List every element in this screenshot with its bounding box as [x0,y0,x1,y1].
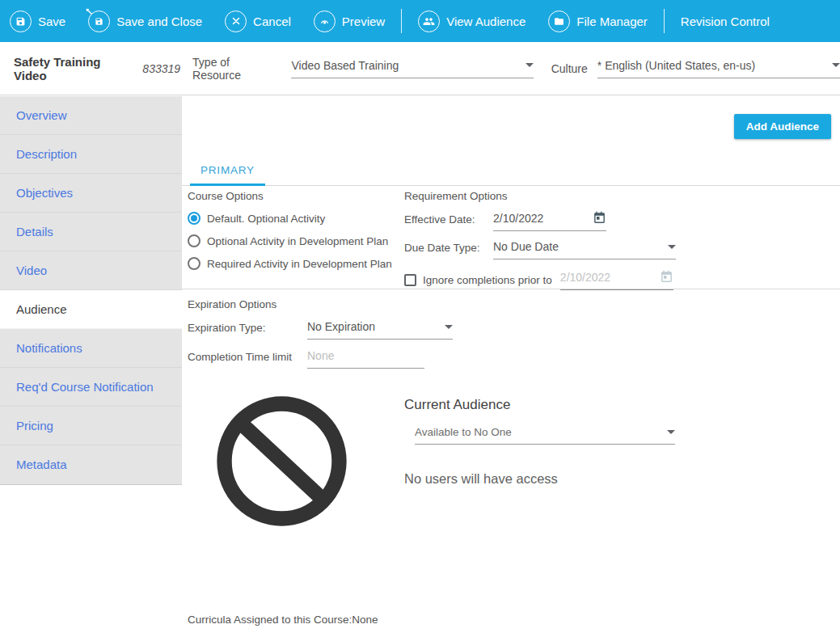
sidebar-item-notifications[interactable]: Notifications [0,329,182,368]
chevron-down-icon [668,245,676,249]
sidebar-item-pricing[interactable]: Pricing [0,407,182,445]
expiration-type-row: Expiration Type: No Expiration [188,320,453,340]
calendar-icon[interactable] [593,211,606,225]
effective-date-label: Effective Date: [404,213,493,231]
toolbar: Save Save and Close Cancel Preview [0,0,840,42]
chevron-down-icon [667,430,675,434]
expiration-options-title: Expiration Options [188,298,453,310]
ignore-completions-checkbox[interactable] [404,274,416,286]
effective-date-value: 2/10/2022 [493,212,543,225]
expiration-type-value: No Expiration [307,320,375,333]
chevron-down-icon [526,63,534,67]
preview-button[interactable]: Preview [314,11,385,32]
radio-label: Required Activity in Development Plan [207,258,392,270]
due-date-type-row: Due Date Type: No Due Date [404,240,676,259]
ignore-completions-date-value: 2/10/2022 [560,271,610,284]
current-audience-section: Current Audience Available to No One No … [404,397,683,487]
radio-icon [188,257,201,270]
toolbar-divider [401,9,402,33]
save-label: Save [38,15,65,28]
requirement-options-title: Requirement Options [404,190,676,202]
sidebar-item-objectives[interactable]: Objectives [0,174,182,213]
sidebar-item-description[interactable]: Description [0,135,182,174]
options-panel: Course Options Default. Optional Activit… [182,186,840,289]
expiration-options-section: Expiration Options Expiration Type: No E… [188,298,453,369]
ignore-completions-row: Ignore completions prior to 2/10/2022 [404,270,676,290]
requirement-options-section: Requirement Options Effective Date: 2/10… [404,190,676,290]
expiration-type-select[interactable]: No Expiration [307,320,453,340]
course-id: 833319 [142,62,180,75]
course-title: Safety Training Video [14,55,135,82]
chevron-down-icon [832,63,840,67]
radio-label: Optional Activity in Development Plan [207,235,388,247]
toolbar-divider [664,9,665,33]
radio-default-optional-activity[interactable]: Default. Optional Activity [188,212,392,225]
radio-icon [188,212,201,225]
current-audience-heading: Current Audience [404,397,683,413]
radio-optional-activity-development-plan[interactable]: Optional Activity in Development Plan [188,234,392,247]
type-of-resource-select[interactable]: Video Based Training [291,59,533,78]
preview-label: Preview [342,15,385,28]
course-options-section: Course Options Default. Optional Activit… [188,190,392,270]
culture-value: * English (United States, en-us) [597,59,755,72]
save-button[interactable]: Save [10,11,65,32]
completion-time-limit-label: Completion Time limit [188,351,307,369]
completion-time-limit-row: Completion Time limit None [188,349,453,369]
cancel-button[interactable]: Cancel [225,11,291,32]
revision-control-label: Revision Control [681,15,770,28]
audience-tabbar: PRIMARY [182,154,840,186]
add-audience-button[interactable]: Add Audience [734,114,831,139]
radio-required-activity-development-plan[interactable]: Required Activity in Development Plan [188,257,392,270]
save-and-close-button[interactable]: Save and Close [88,11,202,32]
expiration-type-label: Expiration Type: [188,322,307,340]
due-date-type-label: Due Date Type: [404,242,493,259]
radio-label: Default. Optional Activity [207,213,325,225]
cancel-icon [225,11,247,32]
save-and-close-label: Save and Close [116,15,202,28]
availability-value: Available to No One [415,426,512,438]
file-manager-icon [548,11,570,32]
effective-date-row: Effective Date: 2/10/2022 [404,211,676,231]
prohibition-icon [214,394,349,532]
calendar-icon [660,270,673,284]
culture-select[interactable]: * English (United States, en-us) [597,59,840,78]
cancel-label: Cancel [253,15,291,28]
tab-primary[interactable]: PRIMARY [190,154,265,186]
view-audience-icon [418,11,440,32]
no-access-message: No users will have access [404,471,683,487]
due-date-type-select[interactable]: No Due Date [493,240,676,259]
due-date-type-value: No Due Date [493,240,559,253]
view-audience-label: View Audience [446,15,526,28]
preview-icon [314,11,336,32]
sidebar-item-details[interactable]: Details [0,213,182,251]
effective-date-input[interactable]: 2/10/2022 [493,211,606,231]
sidebar-item-video[interactable]: Video [0,251,182,290]
completion-time-limit-input[interactable]: None [307,349,424,369]
save-and-close-icon [88,11,110,32]
sidebar-item-reqd-course-notification[interactable]: Req'd Course Notification [0,368,182,407]
completion-time-limit-placeholder: None [307,349,334,362]
course-editor-window: Save Save and Close Cancel Preview [0,0,840,637]
availability-select[interactable]: Available to No One [415,426,675,445]
ignore-completions-date-input: 2/10/2022 [560,270,673,290]
radio-icon [188,234,201,247]
file-manager-label: File Manager [576,15,648,28]
culture-label: Culture [551,62,588,75]
view-audience-button[interactable]: View Audience [418,11,526,32]
course-options-title: Course Options [188,190,392,202]
sidebar: Overview Description Objectives Details … [0,96,182,485]
course-header: Safety Training Video 833319 Type of Res… [0,42,840,95]
type-of-resource-label: Type of Resource [192,56,280,82]
type-of-resource-value: Video Based Training [291,59,399,72]
sidebar-item-overview[interactable]: Overview [0,96,182,135]
sidebar-item-audience[interactable]: Audience [0,290,182,329]
sidebar-item-metadata[interactable]: Metadata [0,445,182,484]
audience-panel: Add Audience PRIMARY Course Options Defa… [182,96,840,637]
save-icon [10,11,32,32]
revision-control-button[interactable]: Revision Control [681,15,770,28]
chevron-down-icon [445,325,453,329]
curricula-assigned-note: Curricula Assigned to this Course:None [188,614,378,626]
file-manager-button[interactable]: File Manager [548,11,648,32]
ignore-completions-label: Ignore completions prior to [423,274,552,286]
